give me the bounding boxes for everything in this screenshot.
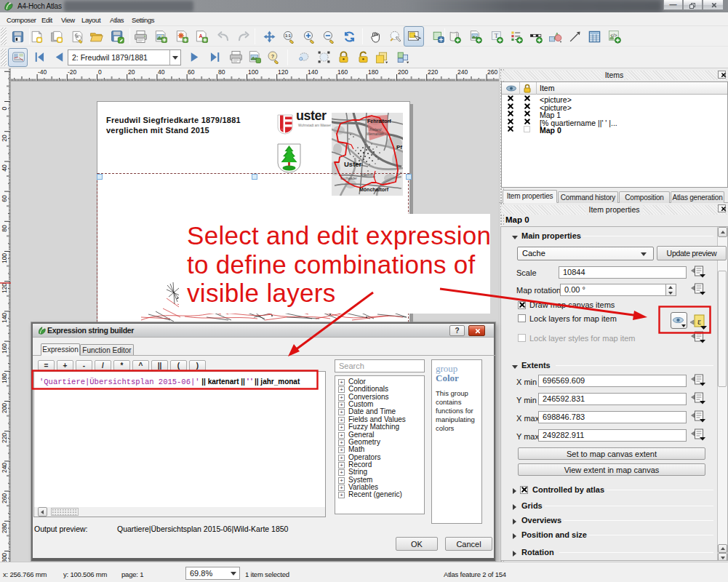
svg-text:120: 120 bbox=[1, 283, 8, 293]
svg-text:-40: -40 bbox=[38, 68, 47, 76]
svg-text:180: 180 bbox=[1, 373, 8, 383]
svg-text:300: 300 bbox=[1, 553, 8, 562]
svg-text:160: 160 bbox=[1, 343, 8, 354]
svg-text:?: ? bbox=[271, 54, 273, 60]
svg-text:0: 0 bbox=[98, 68, 102, 76]
svg-text:-20: -20 bbox=[68, 68, 77, 76]
svg-text:120: 120 bbox=[278, 68, 288, 76]
svg-text:20: 20 bbox=[1, 135, 8, 142]
svg-text:Fehraltorf: Fehraltorf bbox=[367, 119, 391, 124]
svg-text:100: 100 bbox=[1, 253, 8, 263]
svg-text:80: 80 bbox=[1, 225, 8, 232]
svg-text:260: 260 bbox=[487, 68, 497, 76]
svg-text:180: 180 bbox=[368, 68, 378, 76]
svg-text:1:1: 1:1 bbox=[284, 33, 290, 38]
svg-text:Mönchaltorf: Mönchaltorf bbox=[359, 187, 389, 192]
svg-text:240: 240 bbox=[1, 463, 8, 473]
svg-text:40: 40 bbox=[158, 68, 165, 76]
svg-text:260: 260 bbox=[1, 493, 8, 503]
svg-text:140: 140 bbox=[1, 313, 8, 323]
svg-text:220: 220 bbox=[428, 68, 438, 76]
svg-text:Gschwader: Gschwader bbox=[340, 177, 357, 180]
svg-text:0: 0 bbox=[1, 106, 8, 110]
svg-text:Wermatswil: Wermatswil bbox=[367, 132, 384, 136]
svg-text:160: 160 bbox=[337, 68, 348, 76]
svg-text:200: 200 bbox=[1, 403, 8, 413]
svg-text:240: 240 bbox=[457, 68, 468, 76]
svg-text:220: 220 bbox=[1, 433, 8, 443]
svg-text:140: 140 bbox=[308, 68, 318, 76]
svg-text:200: 200 bbox=[398, 68, 408, 76]
svg-text:Freiland: Freiland bbox=[369, 128, 382, 132]
svg-text:40: 40 bbox=[1, 164, 8, 172]
svg-text:60: 60 bbox=[1, 195, 8, 202]
svg-text:80: 80 bbox=[218, 68, 225, 76]
svg-text:Uster: Uster bbox=[344, 160, 362, 168]
svg-text:20: 20 bbox=[128, 68, 135, 76]
svg-text:100: 100 bbox=[248, 68, 258, 76]
svg-text:Pf: Pf bbox=[396, 144, 402, 151]
svg-text:280: 280 bbox=[1, 523, 8, 533]
svg-text:ε: ε bbox=[697, 316, 701, 327]
svg-text:60: 60 bbox=[188, 68, 195, 76]
